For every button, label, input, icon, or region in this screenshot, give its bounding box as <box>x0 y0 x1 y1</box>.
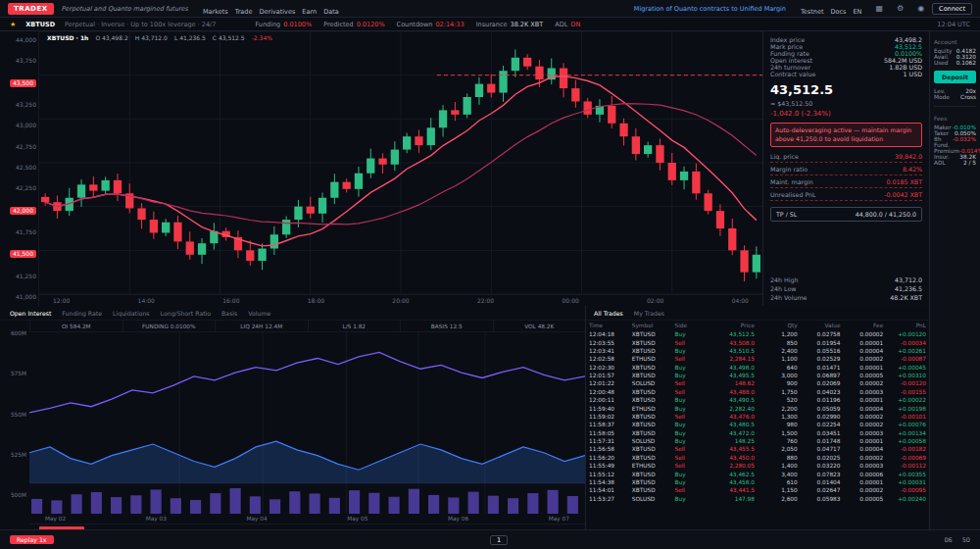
trade-row[interactable]: 11:58:37XBTUSDBuy43,480.59800.022540.000… <box>586 421 929 428</box>
footer-stat-a: 06 <box>944 536 952 544</box>
connect-button[interactable]: Connect <box>932 3 972 15</box>
trade-row[interactable]: 11:57:31SOLUSDBuy148.257600.017480.00001… <box>586 437 929 445</box>
deposit-button[interactable]: Deposit <box>934 71 976 83</box>
trade-row[interactable]: 12:02:58ETHUSDSell2,284.151,1000.025290.… <box>586 355 929 363</box>
trades-tab[interactable]: All Trades <box>594 310 623 317</box>
trade-row[interactable]: 11:59:02XBTUSDSell43,476.01,3000.029900.… <box>586 413 929 421</box>
trade-cell: -0.00182 <box>886 445 929 453</box>
trade-row[interactable]: 11:54:01XBTUSDSell43,441.51,1500.026470.… <box>586 486 929 494</box>
analytics-tab[interactable]: Funding Rate <box>62 310 102 317</box>
trades-column-header: Price <box>714 321 758 330</box>
trade-cell: 0.07823 <box>801 470 844 477</box>
trade-row[interactable]: 12:03:55XBTUSDSell43,508.08500.019540.00… <box>586 338 929 346</box>
legend-open: O 43,498.2 <box>95 34 127 41</box>
trade-row[interactable]: 11:56:20XBTUSDSell43,450.08800.020250.00… <box>586 454 929 462</box>
trade-cell: XBTUSD <box>629 454 672 462</box>
trade-cell: +0.00198 <box>886 404 929 412</box>
top-right-item[interactable]: Testnet <box>801 8 823 16</box>
trade-row[interactable]: 12:04:18XBTUSDBuy43,512.51,2000.027580.0… <box>586 330 929 338</box>
analytics-chart[interactable]: OI 584.2MFUNDING 0.0100%LIQ 24H 12.4ML/S… <box>29 321 585 531</box>
rail-fee-rows: Maker-0.010%Taker0.050%8h Fund.-0.032%Pr… <box>934 125 976 166</box>
trade-cell: -0.00120 <box>886 379 929 387</box>
analytics-tab[interactable]: Volume <box>248 310 270 317</box>
trade-row[interactable]: 11:55:49ETHUSDSell2,280.051,4000.032200.… <box>586 462 929 470</box>
favorite-star-icon[interactable]: ★ <box>10 21 16 28</box>
trade-cell: Buy <box>672 478 715 486</box>
rail-account-row-value: 0.1062 <box>956 60 976 66</box>
top-menu-item[interactable]: Earn <box>302 8 317 16</box>
legend-symbol: XBTUSD · 1h <box>47 34 88 41</box>
trade-cell: 11:56:58 <box>586 445 629 453</box>
analytics-x-label: May 03 <box>146 516 167 522</box>
rail-fee-row: ADL2 / 5 <box>934 160 976 166</box>
app-logo[interactable]: TRADEX <box>8 3 54 15</box>
replay-chip[interactable]: Replay 1x <box>10 535 54 544</box>
risk-row-value: 0.0185 XBT <box>886 178 922 185</box>
trade-row[interactable]: 12:01:57XBTUSDBuy43,495.53,0000.068970.0… <box>586 372 929 379</box>
trade-row[interactable]: 12:00:48XBTUSDSell43,488.01,7500.040230.… <box>586 388 929 396</box>
trade-cell: 0.01748 <box>801 437 844 445</box>
trade-row[interactable]: 11:55:12XBTUSDBuy43,462.53,4000.078230.0… <box>586 470 929 477</box>
contract-row-value: 43,498.2 <box>895 36 922 43</box>
analytics-tab[interactable]: Liquidations <box>113 310 150 317</box>
trade-row[interactable]: 11:56:58XBTUSDSell43,455.52,0500.047170.… <box>586 445 929 453</box>
analytics-column-header: LIQ 24H 12.4M <box>215 321 308 331</box>
rail-fee-row-label: ADL <box>934 160 946 166</box>
page-number[interactable]: 1 <box>490 535 508 545</box>
announcement-link[interactable]: Migration of Quanto contracts to Unified… <box>634 5 786 13</box>
contract-row-value: 1 USD <box>904 71 922 77</box>
contract-row-label: Funding rate <box>770 50 809 57</box>
trade-cell: 147.98 <box>714 495 758 503</box>
trades-tab[interactable]: My Trades <box>634 310 664 317</box>
user-avatar-icon[interactable]: ◉ <box>917 4 924 13</box>
analytics-tab[interactable]: Long/Short Ratio <box>161 310 212 317</box>
trade-cell: Buy <box>672 404 715 412</box>
top-menu-item[interactable]: Derivatives <box>259 8 295 16</box>
trade-row[interactable]: 11:58:05XBTUSDBuy43,472.01,5000.034510.0… <box>586 429 929 437</box>
trade-cell: -0.00069 <box>886 454 929 462</box>
price-label: 42,750 <box>16 144 36 150</box>
trade-cell: 2,284.15 <box>714 355 758 363</box>
trade-cell: 0.03451 <box>801 429 844 437</box>
trade-row[interactable]: 12:03:41XBTUSDBuy43,510.52,4000.055160.0… <box>586 347 929 355</box>
analytics-x-label: May 05 <box>347 516 368 522</box>
account-rail: Account Equity0.4182Avail.0.3120Used0.10… <box>929 31 980 529</box>
trade-row[interactable]: 11:53:27SOLUSDBuy147.982,6000.059830.000… <box>586 495 929 503</box>
ticker-stat-value: ON <box>570 21 580 28</box>
candlestick-chart[interactable]: XBTUSD · 1h O 43,498.2 H 43,712.0 L 41,2… <box>39 31 762 306</box>
ticker-stat: Insurance38.2K XBT <box>476 21 544 28</box>
gear-icon[interactable]: ⚙ <box>897 4 904 13</box>
trade-row[interactable]: 12:01:22SOLUSDSell148.629000.020690.0000… <box>586 379 929 387</box>
top-menu-item[interactable]: Data <box>323 8 339 16</box>
trade-cell: ETHUSD <box>629 404 672 412</box>
tp-sl-button[interactable]: TP / SL 44,800.0 / 41,250.0 <box>770 207 922 222</box>
trade-cell: 11:54:01 <box>586 486 629 494</box>
trade-row[interactable]: 11:59:40ETHUSDBuy2,282.402,2000.050590.0… <box>586 404 929 412</box>
trade-row[interactable]: 12:00:11XBTUSDBuy43,490.55200.011960.000… <box>586 396 929 404</box>
top-menu-item[interactable]: Trade <box>235 8 253 16</box>
trade-cell: 2,282.40 <box>714 404 758 412</box>
trade-row[interactable]: 12:02:30XBTUSDBuy43,498.06400.014710.000… <box>586 364 929 372</box>
top-right-item[interactable]: Docs <box>830 8 846 16</box>
contract-detail-panel: Index price43,498.2Mark price43,512.5Fun… <box>762 31 929 306</box>
trade-cell: XBTUSD <box>629 413 672 421</box>
analytics-tab[interactable]: Open Interest <box>10 310 51 317</box>
top-menu-item[interactable]: Markets <box>203 8 228 16</box>
trade-cell: 0.00002 <box>844 355 887 363</box>
trade-cell: Sell <box>672 462 715 470</box>
legend-close: C 43,512.5 <box>213 34 245 41</box>
grid-icon[interactable]: ▦ <box>875 4 883 13</box>
top-right-item[interactable]: EN <box>853 8 861 16</box>
symbol-name[interactable]: XBTUSD <box>25 21 55 28</box>
trade-row[interactable]: 11:54:38XBTUSDBuy43,458.06100.014040.000… <box>586 478 929 486</box>
trade-cell: XBTUSD <box>629 486 672 494</box>
analytics-svg[interactable] <box>29 332 585 514</box>
analytics-y-label: 600M <box>11 330 26 336</box>
time-label: 14:00 <box>138 297 155 304</box>
trade-cell: +0.00045 <box>886 364 929 372</box>
trade-cell: 0.01471 <box>801 364 844 372</box>
trades-header-row: TimeSymbolSidePriceQtyValueFeePnL <box>586 321 929 330</box>
candlestick-svg[interactable] <box>39 31 762 294</box>
trade-cell: 0.02069 <box>801 379 844 387</box>
analytics-tab[interactable]: Basis <box>221 310 237 317</box>
